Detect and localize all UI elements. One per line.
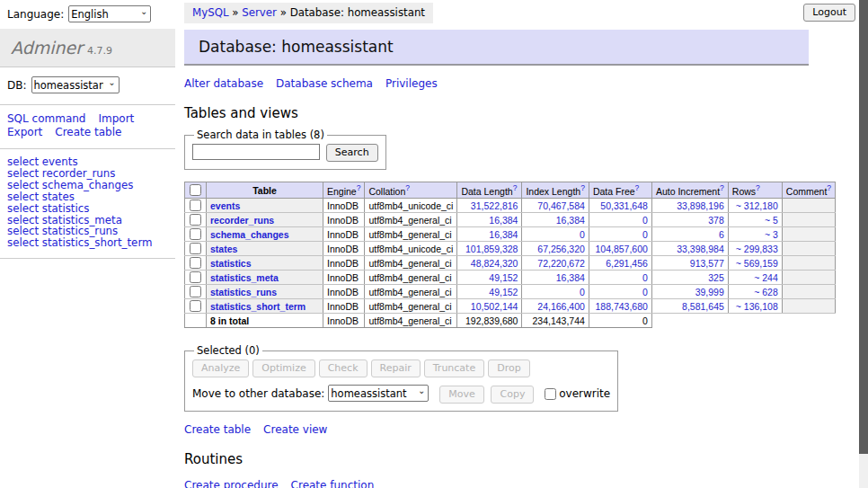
total-index-length-cell: 234,143,744	[522, 314, 589, 328]
help-link[interactable]: ?	[635, 183, 640, 192]
table-name-link[interactable]: states	[210, 244, 237, 254]
collation-cell: utf8mb4_general_ci	[365, 299, 457, 314]
help-link[interactable]: ?	[513, 183, 518, 192]
row-checkbox[interactable]	[190, 214, 201, 226]
table-row: statistics_short_termInnoDButf8mb4_gener…	[185, 299, 836, 314]
db-select[interactable]: homeassistant	[31, 76, 120, 93]
row-checkbox[interactable]	[190, 257, 201, 269]
sidebar-action-link[interactable]: Import	[98, 112, 134, 125]
collation-cell: utf8mb4_general_ci	[365, 227, 457, 242]
engine-cell: InnoDB	[323, 285, 365, 299]
optimize-button[interactable]: Optimize	[252, 359, 314, 377]
table-name-link[interactable]: statistics	[210, 258, 252, 269]
sidebar-action-link[interactable]: SQL command	[7, 112, 85, 125]
total-engine-cell: InnoDB	[323, 314, 365, 328]
help-link[interactable]: ?	[720, 183, 724, 192]
sidebar-select-link[interactable]: select statistics_meta	[7, 214, 122, 226]
search-button[interactable]: Search	[326, 144, 378, 162]
table-name-link[interactable]: statistics_short_term	[210, 301, 306, 312]
index-length-cell: 0	[522, 227, 589, 242]
help-link[interactable]: ?	[405, 183, 410, 192]
row-checkbox[interactable]	[190, 286, 201, 297]
engine-cell: InnoDB	[323, 227, 365, 242]
routine-link[interactable]: Create function	[291, 479, 375, 488]
table-name-link[interactable]: statistics_runs	[210, 287, 277, 297]
selected-fieldset: Selected (0) AnalyzeOptimizeCheckRepairT…	[184, 344, 618, 412]
create-link[interactable]: Create table	[184, 423, 251, 436]
table-name-cell: schema_changes	[207, 227, 323, 242]
move-row: Move to other database:homeassistant⌄ Mo…	[192, 385, 610, 404]
page-scrollbar[interactable]	[859, 0, 868, 488]
table-row: schema_changesInnoDButf8mb4_general_ci16…	[185, 227, 836, 242]
data-free-cell: 104,857,600	[589, 242, 651, 256]
row-checkbox[interactable]	[190, 271, 201, 283]
table-name-link[interactable]: schema_changes	[210, 229, 289, 240]
help-link[interactable]: ?	[580, 183, 585, 192]
breadcrumb-link[interactable]: Server	[242, 6, 277, 19]
table-name-cell: statistics_short_term	[207, 299, 323, 314]
auto-increment-cell: 39,999	[651, 285, 728, 299]
comment-cell	[782, 299, 835, 314]
comment-cell	[782, 242, 835, 256]
routine-link[interactable]: Create procedure	[184, 479, 279, 488]
table-name-link[interactable]: statistics_meta	[210, 272, 279, 283]
collation-cell: utf8mb4_general_ci	[365, 285, 457, 299]
row-checkbox[interactable]	[190, 200, 201, 211]
row-checkbox-cell	[185, 256, 207, 271]
database-action-link[interactable]: Database schema	[276, 77, 373, 90]
comment-cell	[782, 199, 835, 213]
sidebar-select-link[interactable]: select statistics_short_term	[7, 236, 153, 249]
truncate-button[interactable]: Truncate	[424, 359, 484, 377]
sidebar-select-link[interactable]: select schema_changes	[7, 179, 133, 191]
app-version-link[interactable]: 4.7.9	[87, 45, 112, 57]
move-db-select[interactable]: homeassistant	[328, 385, 429, 402]
logout-button[interactable]: Logout	[803, 4, 855, 22]
select-all-checkbox[interactable]	[190, 184, 201, 196]
help-link[interactable]: ?	[357, 183, 361, 192]
row-checkbox[interactable]	[190, 228, 201, 240]
sidebar-select-link[interactable]: select recorder_runs	[7, 167, 115, 180]
table-name-link[interactable]: events	[210, 200, 240, 211]
selected-legend: Selected (0)	[194, 344, 262, 357]
check-button[interactable]: Check	[319, 359, 368, 377]
tables-overview-table: TableEngine?Collation?Data Length?Index …	[184, 182, 836, 328]
row-checkbox-cell	[185, 271, 207, 285]
engine-cell: InnoDB	[323, 256, 365, 271]
total-collation-cell: utf8mb4_general_ci	[365, 314, 457, 328]
search-input[interactable]	[192, 144, 320, 160]
table-name-link[interactable]: recorder_runs	[210, 215, 274, 226]
row-checkbox-cell	[185, 199, 207, 213]
drop-button[interactable]: Drop	[488, 359, 529, 377]
data-free-cell: 0	[589, 285, 651, 299]
data-free-cell: 50,331,648	[589, 199, 651, 213]
table-row: statistics_metaInnoDButf8mb4_general_ci4…	[185, 271, 836, 285]
rows-cell: ~ 312,180	[728, 199, 782, 213]
repair-button[interactable]: Repair	[371, 359, 421, 377]
analyze-button[interactable]: Analyze	[192, 359, 249, 377]
move-button[interactable]: Move	[439, 386, 484, 404]
create-link[interactable]: Create view	[263, 423, 327, 436]
sidebar-select-link[interactable]: select statistics	[7, 202, 89, 215]
sidebar-action-link[interactable]: Create table	[55, 126, 121, 138]
breadcrumb-link[interactable]: MySQL	[192, 6, 229, 19]
sidebar-select-link[interactable]: select events	[7, 155, 78, 168]
index-length-cell: 67,256,320	[522, 242, 589, 256]
database-action-link[interactable]: Alter database	[184, 77, 263, 90]
scrollbar-thumb[interactable]	[859, 0, 868, 454]
index-length-cell: 16,384	[522, 213, 589, 227]
row-checkbox[interactable]	[190, 243, 201, 254]
breadcrumb-separator: »	[277, 6, 290, 19]
sidebar-action-link[interactable]: Export	[7, 126, 42, 138]
overwrite-checkbox[interactable]	[545, 388, 556, 400]
column-header: Index Length?	[522, 182, 589, 199]
sidebar-select-link[interactable]: select states	[7, 191, 75, 203]
table-name-cell: events	[207, 199, 323, 213]
copy-button[interactable]: Copy	[491, 386, 534, 404]
database-action-link[interactable]: Privileges	[385, 77, 438, 90]
sidebar-select-link[interactable]: select statistics_runs	[7, 225, 118, 237]
row-checkbox[interactable]	[190, 300, 201, 312]
help-link[interactable]: ?	[827, 183, 831, 192]
language-select[interactable]: English	[68, 5, 151, 22]
sidebar: Language:English⌄ Adminer4.7.9 DB:homeas…	[0, 0, 175, 259]
help-link[interactable]: ?	[756, 183, 760, 192]
